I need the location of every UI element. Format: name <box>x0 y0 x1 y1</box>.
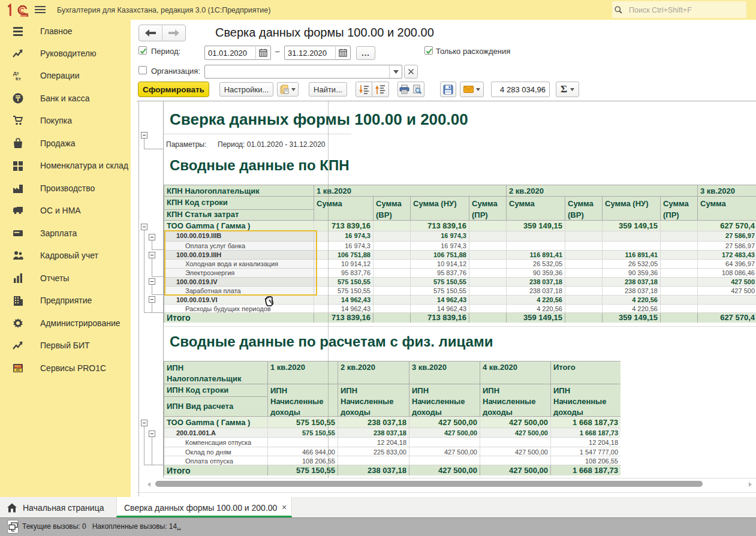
svg-text:1С: 1С <box>16 368 20 372</box>
svg-text:Кт: Кт <box>16 76 21 81</box>
svg-text:Дт: Дт <box>13 71 19 76</box>
svg-text:PRO: PRO <box>14 365 21 368</box>
